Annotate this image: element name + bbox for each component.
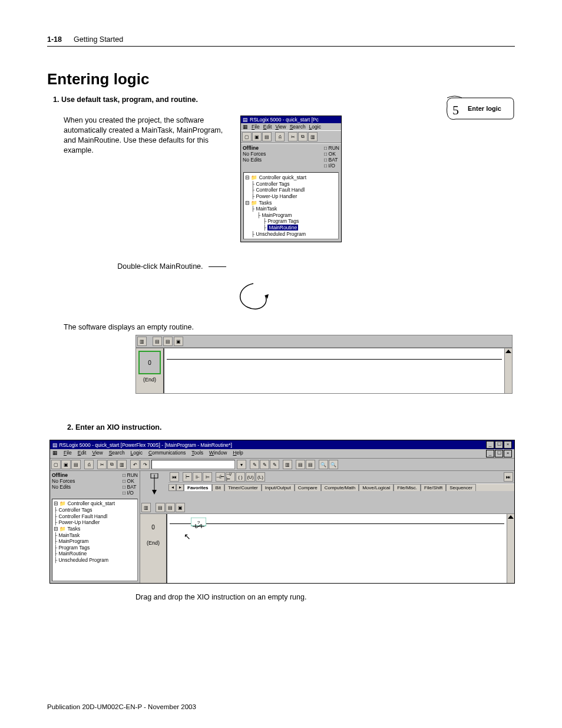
paste-icon[interactable]: ▥ <box>308 132 318 141</box>
menu-logic[interactable]: Logic <box>131 450 143 457</box>
tree-item[interactable]: ├ MainTask <box>54 532 136 539</box>
rung-canvas[interactable] <box>164 348 504 393</box>
tree-item[interactable]: ├ Controller Fault Handl <box>54 513 136 520</box>
rung-canvas[interactable]: ? ↖ <box>167 514 507 583</box>
tab-sequencer[interactable]: Sequencer <box>446 484 476 491</box>
tool-icon[interactable]: ▣ <box>176 503 185 512</box>
ote-icon[interactable]: ( ) <box>236 472 245 482</box>
copy-icon[interactable]: ⧉ <box>298 132 308 141</box>
menu-tools[interactable]: Tools <box>191 450 203 457</box>
copy-icon[interactable]: ⧉ <box>107 460 117 469</box>
tree-item[interactable]: ⊟ 📁 Controller quick_start <box>54 500 136 507</box>
verify-icon[interactable]: ✎ <box>270 460 279 469</box>
save-icon[interactable]: ▤ <box>71 460 81 469</box>
dropdown-icon[interactable]: ▾ <box>237 460 246 469</box>
rung-tool-icon[interactable]: ▥ <box>137 337 147 346</box>
tree-item[interactable]: ├ Program Tags <box>54 545 136 551</box>
tree-item[interactable]: ├ Power-Up Handler <box>245 193 337 200</box>
tab-compare[interactable]: Compare <box>295 484 321 491</box>
tab-move-logical[interactable]: Move/Logical <box>359 484 394 491</box>
tab-file-shift[interactable]: File/Shift <box>421 484 446 491</box>
rung-tool-icon[interactable]: ▤ <box>163 337 173 346</box>
minimize-icon[interactable]: _ <box>486 441 494 449</box>
mdi-maximize-icon[interactable]: ☐ <box>495 450 503 457</box>
menu-logic[interactable]: Logic <box>309 124 321 130</box>
mdi-close-icon[interactable]: × <box>504 450 512 457</box>
tool-icon[interactable]: ▤ <box>296 460 305 469</box>
menu-edit[interactable]: Edit <box>78 450 87 457</box>
new-icon[interactable]: ▢ <box>51 460 61 469</box>
tree-item[interactable]: ├ Controller Tags <box>54 507 136 513</box>
tree-item[interactable]: ├ Unscheduled Program <box>245 231 337 238</box>
redo-icon[interactable]: ↷ <box>140 460 150 469</box>
tree-item[interactable]: ├ MainRoutine <box>54 551 136 557</box>
rung-tool-icon[interactable]: ▣ <box>174 337 183 346</box>
tree-item[interactable]: ├ Controller Tags <box>245 181 337 187</box>
tree-item[interactable]: ⊟ 📁 Tasks <box>54 526 136 532</box>
close-icon[interactable]: × <box>504 441 512 449</box>
menubar[interactable]: ▦ File Edit View Search Logic Communicat… <box>50 449 514 459</box>
open-icon[interactable]: ▣ <box>61 460 71 469</box>
window-titlebar[interactable]: ▤ RSLogix 5000 - quick_start [PowerFlex … <box>50 440 514 449</box>
rung-tool-icon[interactable]: ▤ <box>153 337 162 346</box>
rung-icon[interactable]: ⊢ <box>183 472 192 482</box>
tab-input-output[interactable]: Input/Output <box>262 484 295 491</box>
verify-icon[interactable]: ✎ <box>250 460 259 469</box>
tab-file-misc[interactable]: File/Misc. <box>394 484 421 491</box>
tree-item[interactable]: ├ MainRoutine <box>245 225 337 231</box>
paste-icon[interactable]: ▥ <box>117 460 127 469</box>
tool-icon[interactable]: ▥ <box>141 503 151 512</box>
tool-icon[interactable]: ▤ <box>156 503 165 512</box>
print-icon[interactable]: ⎙ <box>275 132 285 141</box>
address-combo[interactable] <box>151 460 235 469</box>
nav-last-icon[interactable]: ⏭ <box>504 472 513 482</box>
new-icon[interactable]: ▢ <box>242 132 252 141</box>
xio-icon[interactable]: ⊣/⊢ <box>226 472 235 482</box>
open-icon[interactable]: ▣ <box>252 132 262 141</box>
cut-icon[interactable]: ✂ <box>288 132 297 141</box>
tree-item[interactable]: ⊟ 📁 Controller quick_start <box>245 174 337 181</box>
tool-icon[interactable]: ▤ <box>166 503 175 512</box>
rung-number[interactable]: 0 <box>138 351 161 374</box>
maximize-icon[interactable]: ☐ <box>495 441 503 449</box>
menu-edit[interactable]: Edit <box>263 124 272 130</box>
undo-icon[interactable]: ↶ <box>130 460 140 469</box>
menu-file[interactable]: File <box>252 124 260 130</box>
tool-icon[interactable]: ▥ <box>283 460 292 469</box>
tab-scroll-left-icon[interactable]: ◂ <box>168 484 176 491</box>
menu-communications[interactable]: Communications <box>148 450 186 457</box>
menu-search[interactable]: Search <box>290 124 306 130</box>
scrollbar[interactable] <box>507 514 514 583</box>
scrollbar[interactable] <box>504 348 512 393</box>
tree-item[interactable]: ⊟ 📁 Tasks <box>245 200 337 206</box>
menu-window[interactable]: Window <box>209 450 227 457</box>
tree-item[interactable]: ├ Power-Up Handler <box>54 519 136 526</box>
save-icon[interactable]: ▤ <box>262 132 272 141</box>
rung-number[interactable]: 0 <box>143 516 164 538</box>
mdi-minimize-icon[interactable]: _ <box>486 450 494 457</box>
xio-instruction-ghost[interactable]: ? <box>191 518 206 528</box>
tree-item[interactable]: ├ MainTask <box>245 206 337 212</box>
tool-icon[interactable]: ▤ <box>306 460 315 469</box>
window-titlebar[interactable]: ▤ RSLogix 5000 - quick_start [Pc <box>241 116 341 123</box>
menu-view[interactable]: View <box>275 124 286 130</box>
tree-item[interactable]: ├ Controller Fault Handl <box>245 187 337 193</box>
tab-favorites[interactable]: Favorites <box>184 484 212 491</box>
menubar[interactable]: ▦ File Edit View Search Logic <box>241 123 341 130</box>
xic-icon[interactable]: ⊣⊢ <box>216 472 225 482</box>
verify-icon[interactable]: ✎ <box>260 460 269 469</box>
zoom-out-icon[interactable]: 🔍 <box>329 460 338 469</box>
instruction-tabs[interactable]: ◂ ▸ Favorites Bit Timer/Counter Input/Ou… <box>168 483 514 491</box>
zoom-in-icon[interactable]: 🔍 <box>319 460 328 469</box>
tab-timer-counter[interactable]: Timer/Counter <box>224 484 262 491</box>
tree-item[interactable]: ├ Unscheduled Program <box>54 557 136 564</box>
otl-icon[interactable]: (L) <box>256 472 265 482</box>
otu-icon[interactable]: (U) <box>246 472 255 482</box>
menu-file[interactable]: File <box>64 450 72 457</box>
menu-search[interactable]: Search <box>109 450 125 457</box>
tree-item[interactable]: ├ MainProgram <box>54 538 136 545</box>
cut-icon[interactable]: ✂ <box>97 460 107 469</box>
print-icon[interactable]: ⎙ <box>84 460 94 469</box>
tree-item[interactable]: ├ MainProgram <box>245 212 337 219</box>
tab-bit[interactable]: Bit <box>212 484 224 491</box>
